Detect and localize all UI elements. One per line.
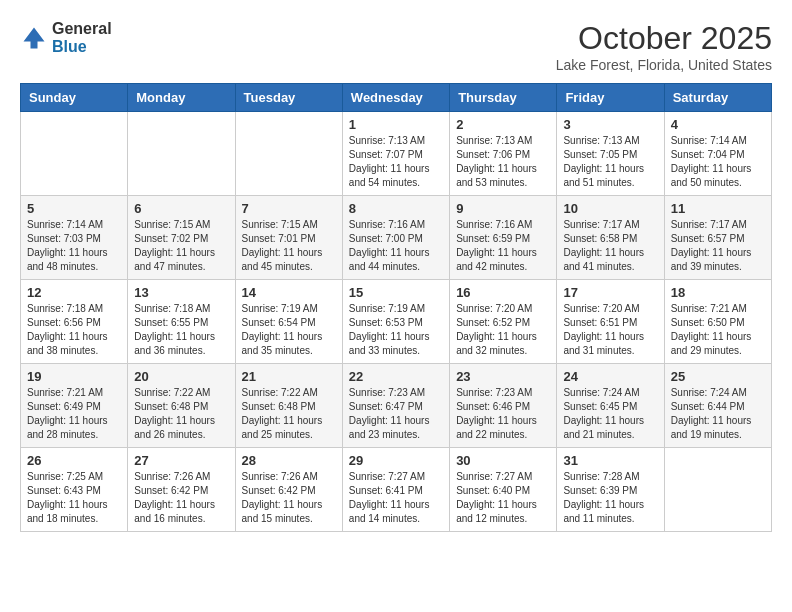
calendar-header: SundayMondayTuesdayWednesdayThursdayFrid… xyxy=(21,84,772,112)
day-number: 4 xyxy=(671,117,765,132)
weekday-header-wednesday: Wednesday xyxy=(342,84,449,112)
day-info: Sunrise: 7:13 AM Sunset: 7:05 PM Dayligh… xyxy=(563,134,657,190)
day-number: 26 xyxy=(27,453,121,468)
week-row-5: 26Sunrise: 7:25 AM Sunset: 6:43 PM Dayli… xyxy=(21,448,772,532)
day-info: Sunrise: 7:28 AM Sunset: 6:39 PM Dayligh… xyxy=(563,470,657,526)
day-number: 8 xyxy=(349,201,443,216)
day-info: Sunrise: 7:26 AM Sunset: 6:42 PM Dayligh… xyxy=(242,470,336,526)
logo-blue: Blue xyxy=(52,38,112,56)
day-info: Sunrise: 7:25 AM Sunset: 6:43 PM Dayligh… xyxy=(27,470,121,526)
day-info: Sunrise: 7:19 AM Sunset: 6:54 PM Dayligh… xyxy=(242,302,336,358)
logo-text: General Blue xyxy=(52,20,112,55)
calendar-body: 1Sunrise: 7:13 AM Sunset: 7:07 PM Daylig… xyxy=(21,112,772,532)
day-number: 16 xyxy=(456,285,550,300)
day-cell: 23Sunrise: 7:23 AM Sunset: 6:46 PM Dayli… xyxy=(450,364,557,448)
day-number: 6 xyxy=(134,201,228,216)
day-info: Sunrise: 7:22 AM Sunset: 6:48 PM Dayligh… xyxy=(242,386,336,442)
calendar-table: SundayMondayTuesdayWednesdayThursdayFrid… xyxy=(20,83,772,532)
day-info: Sunrise: 7:14 AM Sunset: 7:04 PM Dayligh… xyxy=(671,134,765,190)
day-cell: 5Sunrise: 7:14 AM Sunset: 7:03 PM Daylig… xyxy=(21,196,128,280)
day-info: Sunrise: 7:15 AM Sunset: 7:01 PM Dayligh… xyxy=(242,218,336,274)
day-cell: 2Sunrise: 7:13 AM Sunset: 7:06 PM Daylig… xyxy=(450,112,557,196)
day-cell: 21Sunrise: 7:22 AM Sunset: 6:48 PM Dayli… xyxy=(235,364,342,448)
day-cell: 4Sunrise: 7:14 AM Sunset: 7:04 PM Daylig… xyxy=(664,112,771,196)
weekday-header-sunday: Sunday xyxy=(21,84,128,112)
day-cell: 11Sunrise: 7:17 AM Sunset: 6:57 PM Dayli… xyxy=(664,196,771,280)
day-cell: 10Sunrise: 7:17 AM Sunset: 6:58 PM Dayli… xyxy=(557,196,664,280)
day-info: Sunrise: 7:23 AM Sunset: 6:46 PM Dayligh… xyxy=(456,386,550,442)
day-cell xyxy=(235,112,342,196)
day-number: 12 xyxy=(27,285,121,300)
day-number: 10 xyxy=(563,201,657,216)
day-cell xyxy=(664,448,771,532)
day-cell: 1Sunrise: 7:13 AM Sunset: 7:07 PM Daylig… xyxy=(342,112,449,196)
day-info: Sunrise: 7:22 AM Sunset: 6:48 PM Dayligh… xyxy=(134,386,228,442)
day-number: 23 xyxy=(456,369,550,384)
day-number: 3 xyxy=(563,117,657,132)
day-cell: 24Sunrise: 7:24 AM Sunset: 6:45 PM Dayli… xyxy=(557,364,664,448)
day-number: 1 xyxy=(349,117,443,132)
day-cell: 29Sunrise: 7:27 AM Sunset: 6:41 PM Dayli… xyxy=(342,448,449,532)
day-number: 19 xyxy=(27,369,121,384)
day-cell: 19Sunrise: 7:21 AM Sunset: 6:49 PM Dayli… xyxy=(21,364,128,448)
weekday-header-row: SundayMondayTuesdayWednesdayThursdayFrid… xyxy=(21,84,772,112)
day-cell: 9Sunrise: 7:16 AM Sunset: 6:59 PM Daylig… xyxy=(450,196,557,280)
day-info: Sunrise: 7:18 AM Sunset: 6:56 PM Dayligh… xyxy=(27,302,121,358)
week-row-1: 1Sunrise: 7:13 AM Sunset: 7:07 PM Daylig… xyxy=(21,112,772,196)
day-number: 20 xyxy=(134,369,228,384)
day-info: Sunrise: 7:17 AM Sunset: 6:57 PM Dayligh… xyxy=(671,218,765,274)
location-subtitle: Lake Forest, Florida, United States xyxy=(556,57,772,73)
day-info: Sunrise: 7:24 AM Sunset: 6:44 PM Dayligh… xyxy=(671,386,765,442)
day-info: Sunrise: 7:16 AM Sunset: 7:00 PM Dayligh… xyxy=(349,218,443,274)
day-info: Sunrise: 7:13 AM Sunset: 7:07 PM Dayligh… xyxy=(349,134,443,190)
day-cell xyxy=(21,112,128,196)
day-info: Sunrise: 7:14 AM Sunset: 7:03 PM Dayligh… xyxy=(27,218,121,274)
day-number: 24 xyxy=(563,369,657,384)
day-cell: 16Sunrise: 7:20 AM Sunset: 6:52 PM Dayli… xyxy=(450,280,557,364)
svg-marker-1 xyxy=(24,27,45,48)
day-cell: 22Sunrise: 7:23 AM Sunset: 6:47 PM Dayli… xyxy=(342,364,449,448)
day-number: 13 xyxy=(134,285,228,300)
day-info: Sunrise: 7:23 AM Sunset: 6:47 PM Dayligh… xyxy=(349,386,443,442)
day-info: Sunrise: 7:21 AM Sunset: 6:49 PM Dayligh… xyxy=(27,386,121,442)
day-cell: 31Sunrise: 7:28 AM Sunset: 6:39 PM Dayli… xyxy=(557,448,664,532)
day-info: Sunrise: 7:18 AM Sunset: 6:55 PM Dayligh… xyxy=(134,302,228,358)
day-info: Sunrise: 7:26 AM Sunset: 6:42 PM Dayligh… xyxy=(134,470,228,526)
day-info: Sunrise: 7:24 AM Sunset: 6:45 PM Dayligh… xyxy=(563,386,657,442)
day-cell: 15Sunrise: 7:19 AM Sunset: 6:53 PM Dayli… xyxy=(342,280,449,364)
day-cell xyxy=(128,112,235,196)
day-cell: 17Sunrise: 7:20 AM Sunset: 6:51 PM Dayli… xyxy=(557,280,664,364)
day-cell: 13Sunrise: 7:18 AM Sunset: 6:55 PM Dayli… xyxy=(128,280,235,364)
day-number: 25 xyxy=(671,369,765,384)
day-number: 9 xyxy=(456,201,550,216)
day-number: 18 xyxy=(671,285,765,300)
week-row-2: 5Sunrise: 7:14 AM Sunset: 7:03 PM Daylig… xyxy=(21,196,772,280)
day-info: Sunrise: 7:27 AM Sunset: 6:40 PM Dayligh… xyxy=(456,470,550,526)
day-cell: 25Sunrise: 7:24 AM Sunset: 6:44 PM Dayli… xyxy=(664,364,771,448)
day-number: 28 xyxy=(242,453,336,468)
weekday-header-tuesday: Tuesday xyxy=(235,84,342,112)
day-number: 29 xyxy=(349,453,443,468)
day-number: 15 xyxy=(349,285,443,300)
day-cell: 28Sunrise: 7:26 AM Sunset: 6:42 PM Dayli… xyxy=(235,448,342,532)
day-number: 11 xyxy=(671,201,765,216)
day-info: Sunrise: 7:27 AM Sunset: 6:41 PM Dayligh… xyxy=(349,470,443,526)
day-cell: 30Sunrise: 7:27 AM Sunset: 6:40 PM Dayli… xyxy=(450,448,557,532)
day-info: Sunrise: 7:21 AM Sunset: 6:50 PM Dayligh… xyxy=(671,302,765,358)
day-info: Sunrise: 7:16 AM Sunset: 6:59 PM Dayligh… xyxy=(456,218,550,274)
day-number: 2 xyxy=(456,117,550,132)
day-cell: 8Sunrise: 7:16 AM Sunset: 7:00 PM Daylig… xyxy=(342,196,449,280)
day-cell: 7Sunrise: 7:15 AM Sunset: 7:01 PM Daylig… xyxy=(235,196,342,280)
day-info: Sunrise: 7:13 AM Sunset: 7:06 PM Dayligh… xyxy=(456,134,550,190)
day-number: 17 xyxy=(563,285,657,300)
day-cell: 20Sunrise: 7:22 AM Sunset: 6:48 PM Dayli… xyxy=(128,364,235,448)
day-number: 30 xyxy=(456,453,550,468)
day-info: Sunrise: 7:19 AM Sunset: 6:53 PM Dayligh… xyxy=(349,302,443,358)
weekday-header-friday: Friday xyxy=(557,84,664,112)
day-cell: 18Sunrise: 7:21 AM Sunset: 6:50 PM Dayli… xyxy=(664,280,771,364)
day-number: 14 xyxy=(242,285,336,300)
day-number: 5 xyxy=(27,201,121,216)
logo-general: General xyxy=(52,20,112,38)
day-cell: 26Sunrise: 7:25 AM Sunset: 6:43 PM Dayli… xyxy=(21,448,128,532)
day-info: Sunrise: 7:15 AM Sunset: 7:02 PM Dayligh… xyxy=(134,218,228,274)
